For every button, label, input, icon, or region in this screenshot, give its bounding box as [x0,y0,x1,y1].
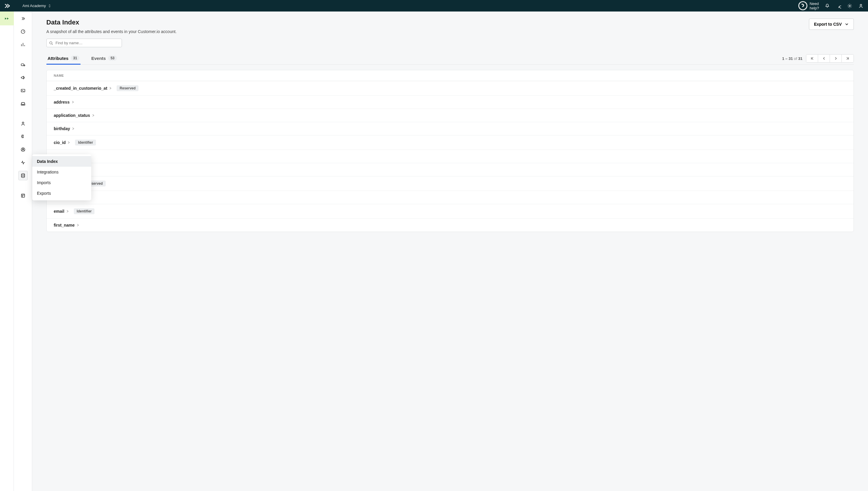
tab-count: 53 [108,55,117,61]
user-circle-icon [20,147,26,152]
nav-transactional[interactable] [18,86,28,95]
table-row[interactable]: cio_idIdentifier [47,136,853,150]
gauge-icon [20,29,26,34]
nav-people[interactable] [18,119,28,128]
pagination: 1 – 31 of 31 [782,54,854,63]
topbar: Ami Academy Need help? [0,0,868,11]
chevron-right-icon [72,100,75,104]
help-link[interactable]: Need help? [798,1,819,11]
main-content: Data Index A snapshot of all the attribu… [32,11,868,491]
submenu-exports[interactable]: Exports [32,188,91,199]
target-path-icon [20,62,26,67]
nav-dashboard[interactable] [18,27,28,36]
table-row[interactable]: first_name [47,219,853,232]
nav-content[interactable] [18,191,28,200]
chevrons-right-icon [20,16,26,21]
table-header-name: NAME [47,70,853,81]
page-first-button[interactable] [806,55,818,62]
terminal-icon [20,88,26,93]
tab-count: 31 [71,55,79,61]
svg-point-10 [21,173,25,175]
table-row[interactable]: crm_id [47,191,853,204]
attribute-name: first_name [54,223,79,228]
chevron-right-icon [72,127,75,130]
person-icon [20,121,26,126]
page-total: 31 [798,56,803,61]
chevron-right-icon [834,57,838,60]
nav-activity[interactable] [18,145,28,154]
messages-button[interactable] [836,3,841,9]
user-icon [858,3,864,8]
bar-chart-icon [20,42,26,47]
attribute-badge: Identifier [74,208,95,214]
tab-label: Events [91,56,106,61]
nav-health[interactable] [18,158,28,167]
nav-rail [14,11,32,491]
account-button[interactable] [858,3,864,9]
attribute-name: application_status [54,113,95,118]
workspace-logo-icon[interactable] [0,11,14,25]
export-csv-button[interactable]: Export to CSV [809,19,854,30]
attribute-name: birthday [54,126,75,131]
page-last-button[interactable] [842,55,853,62]
svg-point-7 [22,122,24,124]
submenu-integrations[interactable]: Integrations [32,167,91,177]
svg-point-9 [23,148,24,150]
layout-icon [20,193,26,198]
svg-point-0 [799,2,807,10]
help-icon [798,1,808,11]
table-row[interactable]: _created_in_customerio_atReserved [47,81,853,96]
chevron-right-icon [66,210,69,213]
attributes-table: NAME _created_in_customerio_atReservedad… [46,70,854,232]
attribute-name: email [54,209,69,214]
nav-deliveries[interactable] [18,99,28,108]
inbox-icon [20,101,26,106]
table-row[interactable]: application_status [47,109,853,122]
tab-attributes[interactable]: Attributes 31 [46,53,81,64]
chevron-right-icon [92,114,95,117]
table-row[interactable]: company [47,163,853,176]
search-icon [49,41,53,46]
workspace-rail [0,11,14,491]
nav-data[interactable] [18,171,28,180]
search-input[interactable] [46,39,122,47]
table-row[interactable]: birthday [47,122,853,136]
data-submenu: Data Index Integrations Imports Exports [32,154,91,200]
submenu-data-index[interactable]: Data Index [32,156,91,167]
submenu-imports[interactable]: Imports [32,177,91,188]
page-next-button[interactable] [830,55,842,62]
svg-point-5 [24,65,25,66]
svg-rect-4 [21,64,24,65]
gear-icon [847,3,852,8]
of-label: of [794,56,797,61]
attribute-name: address [54,100,75,105]
table-row[interactable]: created_atReserved [47,176,853,191]
attribute-badge: Identifier [75,140,96,145]
attribute-name: cio_id [54,140,70,145]
nav-segments[interactable] [18,132,28,141]
tabs: Attributes 31 Events 53 1 – 31 of 31 [46,53,854,65]
nav-analytics[interactable] [18,40,28,49]
table-row[interactable]: city [47,150,853,163]
updown-chevron-icon [48,4,51,7]
tab-events[interactable]: Events 53 [90,53,118,64]
svg-rect-11 [21,194,25,197]
svg-point-2 [860,4,862,6]
nav-broadcasts[interactable] [18,73,28,82]
chevron-right-icon [77,224,79,227]
brand-logo-icon [4,3,11,9]
org-switcher[interactable]: Ami Academy [23,3,51,8]
notifications-button[interactable] [824,3,830,9]
chevron-left-icon [822,57,826,60]
megaphone-icon [20,75,26,80]
expand-nav-button[interactable] [18,14,28,23]
nav-journeys[interactable] [18,60,28,69]
table-row[interactable]: emailIdentifier [47,204,853,219]
page-prev-button[interactable] [818,55,830,62]
first-icon [810,57,814,60]
settings-button[interactable] [847,3,852,9]
bell-icon [824,3,830,8]
table-row[interactable]: address [47,96,853,109]
database-icon [20,173,26,178]
attribute-badge: Reserved [117,85,138,91]
